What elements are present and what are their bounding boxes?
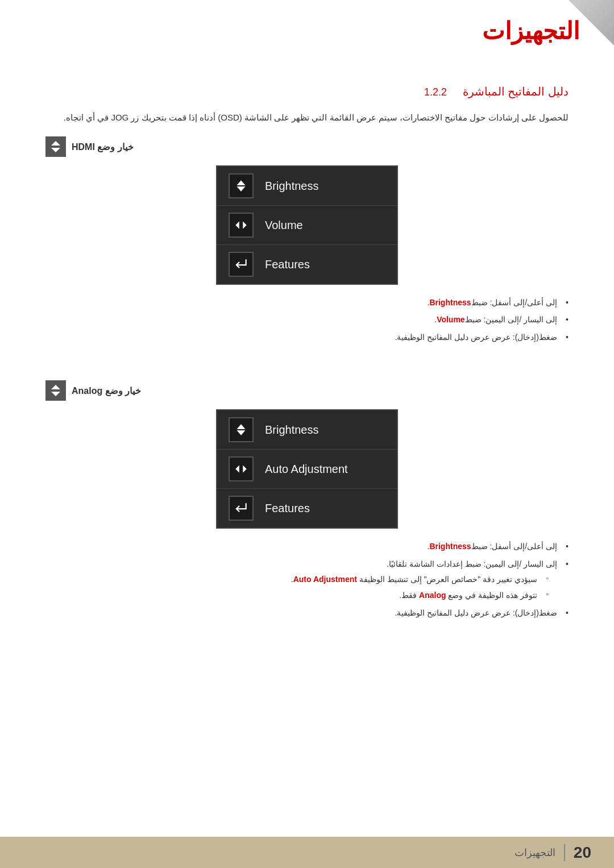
footer-page-number: 20 [574,844,591,862]
hdmi-bullet-3: ضغط(إدخال): عرض عرض دليل المفاتيح الوظيف… [45,331,569,343]
osd-volume-label: Volume [265,219,303,232]
analog-sub-bullet-1: سيؤدي تغيير دقة "خصائص العرض" إلى تنشيط … [45,573,557,585]
up-down-icon [229,173,254,198]
svg-marker-11 [243,466,247,473]
analog-osd-row-brightness: Brightness [217,410,397,450]
analog-osd-features-label: Features [265,502,310,515]
analog-osd-menu: Brightness Auto Adjustment [216,409,398,529]
page-footer: 20 التجهيزات [0,837,614,868]
analog-mode-label-row: خيار وضع Analog [45,380,569,401]
analog-bullet-2: إلى اليسار /إلى اليمين: ضبط إعدادات الشا… [45,558,569,602]
page-title: التجهيزات [0,0,614,56]
hdmi-bullet-list: إلى أعلى/إلى أسفل: ضبطBrightness. إلى ال… [45,296,569,343]
analog-mode-icon [45,380,66,401]
enter-icon [229,252,254,277]
osd-features-label: Features [265,258,310,271]
analog-mode-label-text: خيار وضع Analog [72,385,141,396]
analog-mode-section: خيار وضع Analog Brightness [45,380,569,619]
analog-osd-brightness-label: Brightness [265,423,319,437]
analog-sub-bullet-2: تتوفر هذه الوظيفة في وضع Analog فقط. [45,589,557,601]
hdmi-bullet-1: إلى أعلى/إلى أسفل: ضبطBrightness. [45,296,569,309]
osd-row-brightness: Brightness [217,167,397,206]
main-content: دليل المفاتيح المباشرة 1.2.2 للحصول على … [0,56,614,679]
svg-marker-4 [235,222,239,229]
osd-brightness-label: Brightness [265,180,319,193]
section-heading: دليل المفاتيح المباشرة 1.2.2 [45,85,569,98]
analog-osd-row-features: Features [217,489,397,528]
analog-bullet-3: ضغط(إدخال): عرض عرض دليل المفاتيح الوظيف… [45,607,569,619]
analog-bullet-list: إلى أعلى/إلى أسفل: ضبطBrightness. إلى ال… [45,540,569,619]
analog-sub-bullet-list: سيؤدي تغيير دقة "خصائص العرض" إلى تنشيط … [45,573,557,602]
hdmi-mode-icon [45,136,66,157]
hdmi-osd-menu: Brightness Volume Featu [216,165,398,285]
hdmi-mode-label-text: خيار وضع HDMI [72,142,134,152]
analog-enter-icon [229,496,254,521]
svg-marker-0 [51,141,60,146]
osd-row-features: Features [217,245,397,284]
svg-marker-6 [51,385,60,389]
svg-marker-9 [237,430,245,435]
analog-up-down-icon [229,417,254,442]
svg-marker-2 [237,180,245,185]
osd-row-volume: Volume [217,206,397,245]
svg-marker-8 [237,424,245,429]
hdmi-mode-label-row: خيار وضع HDMI [45,136,569,157]
svg-marker-3 [237,186,245,192]
analog-bullet-1: إلى أعلى/إلى أسفل: ضبطBrightness. [45,540,569,553]
left-right-icon [229,213,254,238]
hdmi-mode-section: خيار وضع HDMI Brightness [45,136,569,343]
analog-osd-auto-label: Auto Adjustment [265,463,348,476]
svg-marker-1 [51,148,60,152]
svg-marker-5 [243,222,247,229]
footer-title-text: التجهيزات [515,846,555,859]
analog-osd-row-auto: Auto Adjustment [217,450,397,489]
hdmi-bullet-2: إلى اليسار /إلى اليمين: ضبطVolume. [45,313,569,326]
section-heading-text: دليل المفاتيح المباشرة 1.2.2 [424,85,569,98]
svg-marker-7 [51,392,60,396]
intro-paragraph: للحصول على إرشادات حول مفاتيح الاختصارات… [45,110,569,125]
analog-left-right-icon [229,456,254,481]
footer-divider [564,844,565,861]
svg-marker-10 [235,466,239,473]
